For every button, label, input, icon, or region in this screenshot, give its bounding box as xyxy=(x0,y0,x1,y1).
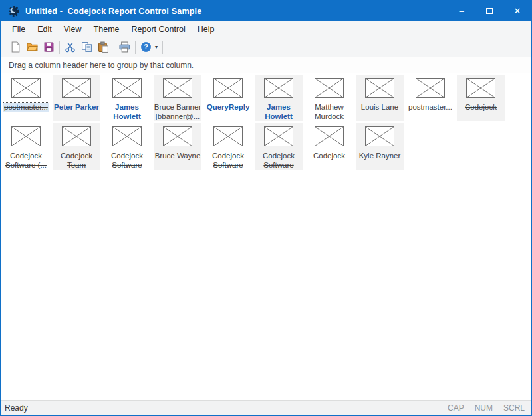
status-indicator-scrl: SCRL xyxy=(503,403,525,413)
paste-button[interactable] xyxy=(95,39,112,55)
cut-icon xyxy=(65,41,76,53)
mail-item[interactable]: Peter Parker xyxy=(53,75,100,121)
print-button[interactable] xyxy=(116,39,133,55)
mail-item[interactable]: postmaster... xyxy=(2,75,50,121)
status-ready: Ready xyxy=(5,403,28,413)
statusbar: Ready CAPNUMSCRL xyxy=(1,400,531,415)
mail-item[interactable]: postmaster... xyxy=(406,75,454,121)
mail-item-label: Codejock xyxy=(465,103,497,112)
maximize-button[interactable] xyxy=(475,1,503,21)
envelope-icon xyxy=(112,126,142,149)
menubar: FileEditViewThemeReport ControlHelp xyxy=(1,21,531,37)
copy-icon xyxy=(81,41,92,53)
mail-item[interactable]: Codejock Software xyxy=(255,123,303,170)
mail-item-label: James Howlett xyxy=(113,103,141,121)
copy-button[interactable] xyxy=(78,39,95,55)
toolbar-separator xyxy=(135,41,136,54)
mail-item[interactable]: James Howlett xyxy=(103,75,151,121)
minimize-icon: – xyxy=(459,6,464,16)
mail-item[interactable]: Matthew Murdock xyxy=(305,75,353,121)
group-by-area[interactable]: Drag a column header here to group by th… xyxy=(1,57,531,73)
open-button[interactable] xyxy=(24,39,41,55)
svg-text:?: ? xyxy=(144,43,148,51)
mail-item-label: Bruce Banner [bbanner@... xyxy=(154,103,201,121)
close-icon: ✕ xyxy=(514,6,521,16)
mail-item-label: Codejock Software (... xyxy=(5,151,47,170)
toolbar-separator xyxy=(162,41,163,54)
toolbar: ?▾ xyxy=(1,37,531,57)
mail-item-label: postmaster... xyxy=(408,103,452,112)
toolbar-grip[interactable] xyxy=(2,40,5,55)
mail-item[interactable]: James Howlett xyxy=(255,75,303,121)
menu-help[interactable]: Help xyxy=(192,23,221,36)
mail-item-label: Codejock Software xyxy=(111,151,143,170)
status-indicators: CAPNUMSCRL xyxy=(448,403,525,413)
mail-item[interactable]: Bruce Wayne xyxy=(154,123,201,170)
report-icon-view: postmaster...Peter ParkerJames HowlettBr… xyxy=(1,73,531,400)
item-row-2: Codejock Software (...Codejock TeamCodej… xyxy=(2,123,531,170)
new-button[interactable] xyxy=(7,39,24,55)
menu-edit[interactable]: Edit xyxy=(31,23,58,36)
mail-item-label: Codejock Software xyxy=(212,151,244,170)
print-icon xyxy=(119,41,130,53)
titlebar: Untitled - Codejock Report Control Sampl… xyxy=(1,1,531,21)
close-button[interactable]: ✕ xyxy=(503,1,531,21)
toolbar-separator xyxy=(114,41,114,54)
mail-item[interactable]: Codejock Team xyxy=(53,123,100,170)
window-title: Untitled - Codejock Report Control Sampl… xyxy=(25,7,201,16)
envelope-icon xyxy=(11,126,41,149)
envelope-icon xyxy=(11,78,41,101)
envelope-icon xyxy=(264,126,293,149)
app-window: Untitled - Codejock Report Control Sampl… xyxy=(0,0,532,416)
mail-item[interactable]: Codejock Software xyxy=(103,123,151,170)
menu-file[interactable]: File xyxy=(6,23,31,36)
help-button[interactable]: ? xyxy=(138,39,154,55)
envelope-icon xyxy=(213,78,243,101)
mail-item-label: postmaster... xyxy=(3,103,49,112)
paste-icon xyxy=(98,41,109,53)
save-button[interactable] xyxy=(41,39,57,55)
envelope-icon xyxy=(315,126,344,149)
maximize-icon xyxy=(486,8,493,14)
mail-item[interactable]: Bruce Banner [bbanner@... xyxy=(154,75,201,121)
mail-item-label: James Howlett xyxy=(265,103,293,121)
mail-item[interactable]: Kyle Rayner xyxy=(356,123,404,170)
envelope-icon xyxy=(466,78,495,101)
envelope-icon xyxy=(213,126,243,149)
envelope-icon xyxy=(62,126,91,149)
toolbar-separator xyxy=(59,41,60,54)
window-controls: – ✕ xyxy=(448,1,531,21)
menu-theme[interactable]: Theme xyxy=(88,23,126,36)
open-folder-icon xyxy=(27,41,38,53)
save-icon xyxy=(43,41,55,53)
status-indicator-cap: CAP xyxy=(448,403,464,413)
envelope-icon xyxy=(163,126,192,149)
mail-item-label: Matthew Murdock xyxy=(315,103,344,121)
mail-item-label: Bruce Wayne xyxy=(155,151,201,160)
mail-item[interactable]: Codejock xyxy=(305,123,353,170)
envelope-icon xyxy=(62,78,91,101)
cut-button[interactable] xyxy=(62,39,78,55)
menu-report-control[interactable]: Report Control xyxy=(126,23,192,36)
envelope-icon xyxy=(416,78,445,101)
mail-item[interactable]: QueryReply xyxy=(204,75,252,121)
mail-item[interactable]: Louis Lane xyxy=(356,75,404,121)
mail-item-label: QueryReply xyxy=(207,103,250,112)
status-indicator-num: NUM xyxy=(475,403,493,413)
mail-item[interactable]: Codejock xyxy=(457,75,505,121)
mail-item-label: Codejock Team xyxy=(61,151,92,170)
minimize-button[interactable]: – xyxy=(448,1,475,21)
mail-item[interactable]: Codejock Software xyxy=(204,123,252,170)
gear-icon xyxy=(8,5,20,17)
chevron-down-icon[interactable]: ▾ xyxy=(154,44,160,50)
new-document-icon xyxy=(10,41,21,53)
group-by-hint: Drag a column header here to group by th… xyxy=(9,61,194,70)
envelope-icon xyxy=(365,126,394,149)
envelope-icon xyxy=(264,78,293,101)
mail-item-label: Peter Parker xyxy=(54,103,99,112)
mail-item-label: Kyle Rayner xyxy=(359,151,401,160)
menu-view[interactable]: View xyxy=(58,23,88,36)
help-icon: ? xyxy=(140,41,152,53)
envelope-icon xyxy=(112,78,142,101)
mail-item[interactable]: Codejock Software (... xyxy=(2,123,50,170)
